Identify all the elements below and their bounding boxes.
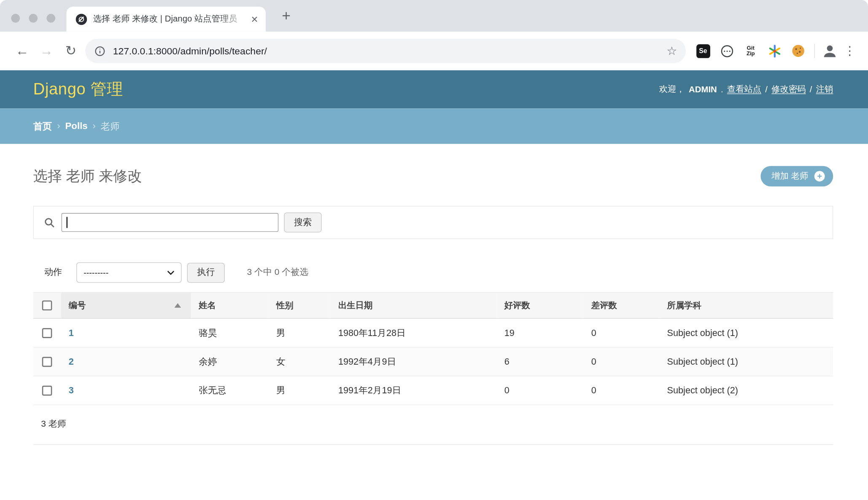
actions-label: 动作: [44, 267, 62, 279]
column-header-good-votes: 好评数: [496, 293, 583, 319]
dots-circle-extension-icon[interactable]: [717, 41, 736, 60]
browser-window: 选择 老师 来修改 | Django 站点管理员 × + ← → ↻ 127.0…: [0, 0, 868, 500]
tab-strip: 选择 老师 来修改 | Django 站点管理员 × +: [0, 0, 868, 32]
column-header-name: 姓名: [191, 293, 269, 319]
text-caret: [67, 217, 68, 228]
cell-gender: 男: [269, 318, 331, 347]
cell-good-votes: 19: [496, 318, 583, 347]
gitzip-extension-icon[interactable]: Git Zip: [741, 41, 760, 60]
link-separator: /: [810, 84, 812, 94]
cell-good-votes: 0: [496, 376, 583, 405]
select-all-checkbox[interactable]: [42, 301, 52, 311]
table-row: 2 余婷 女 1992年4月9日 6 0 Subject object (1): [33, 347, 833, 376]
bookmark-star-icon[interactable]: ☆: [666, 44, 677, 58]
row-checkbox[interactable]: [42, 328, 52, 339]
link-separator: /: [765, 84, 768, 94]
cell-bad-votes: 0: [583, 318, 659, 347]
forward-icon[interactable]: →: [34, 43, 59, 59]
cell-bad-votes: 0: [583, 376, 659, 405]
window-controls: [11, 14, 55, 23]
selenium-extension-icon[interactable]: Se: [694, 41, 713, 60]
actions-row: 动作 --------- 执行 3 个中 0 个被选: [33, 262, 833, 283]
cookie-extension-icon[interactable]: [789, 41, 808, 60]
table-row: 1 骆昊 男 1980年11月28日 19 0 Subject object (…: [33, 318, 833, 347]
address-bar[interactable]: 127.0.0.1:8000/admin/polls/teacher/ ☆: [85, 39, 686, 63]
column-header-subject: 所属学科: [659, 293, 833, 319]
changelist-content: 选择 老师 来修改 增加 老师 + 搜索 动作 ---------: [0, 166, 868, 445]
zoom-window-button[interactable]: [46, 14, 55, 23]
admin-header: Django 管理 欢迎， ADMIN. 查看站点 / 修改密码 / 注销: [0, 70, 868, 109]
browser-toolbar: ← → ↻ 127.0.0.1:8000/admin/polls/teacher…: [0, 32, 868, 70]
username: ADMIN: [689, 84, 717, 94]
breadcrumb-current: 老师: [101, 120, 120, 132]
go-button[interactable]: 执行: [187, 263, 225, 282]
search-input[interactable]: [62, 213, 279, 232]
breadcrumb-home-link[interactable]: 首页: [33, 120, 52, 132]
back-icon[interactable]: ←: [10, 43, 35, 59]
search-button[interactable]: 搜索: [284, 212, 321, 232]
breadcrumb-separator: ›: [93, 121, 96, 132]
column-header-gender: 性别: [269, 293, 331, 319]
asterisk-extension-icon[interactable]: [765, 41, 784, 60]
row-id-link[interactable]: 2: [69, 356, 74, 366]
table-row: 3 张无忌 男 1991年2月19日 0 0 Subject object (2…: [33, 376, 833, 405]
row-id-link[interactable]: 1: [69, 328, 74, 338]
add-teacher-button[interactable]: 增加 老师 +: [760, 166, 833, 187]
cell-subject: Subject object (1): [659, 347, 833, 376]
search-panel: 搜索: [33, 206, 833, 239]
logout-link[interactable]: 注销: [816, 83, 833, 95]
breadcrumb-separator: ›: [57, 121, 60, 132]
url-text: 127.0.0.1:8000/admin/polls/teacher/: [113, 45, 662, 57]
toolbar-separator: [814, 44, 815, 58]
cell-birthdate: 1992年4月9日: [331, 347, 497, 376]
row-id-link[interactable]: 3: [69, 385, 74, 395]
column-header-birthdate: 出生日期: [331, 293, 497, 319]
change-password-link[interactable]: 修改密码: [771, 83, 806, 95]
profile-avatar-icon[interactable]: [822, 43, 838, 59]
cell-gender: 女: [269, 347, 331, 376]
action-select[interactable]: ---------: [76, 262, 181, 283]
user-tools: 欢迎， ADMIN. 查看站点 / 修改密码 / 注销: [659, 83, 833, 95]
sort-ascending-icon[interactable]: [174, 303, 181, 308]
site-brand[interactable]: Django 管理: [33, 78, 123, 101]
cell-subject: Subject object (1): [659, 318, 833, 347]
cell-name: 骆昊: [191, 318, 269, 347]
row-checkbox[interactable]: [42, 386, 52, 396]
page-title: 选择 老师 来修改: [33, 167, 142, 186]
search-icon: [44, 217, 56, 228]
plus-icon: +: [814, 171, 825, 182]
cell-name: 张无忌: [191, 376, 269, 405]
site-info-icon[interactable]: [94, 45, 106, 57]
cell-gender: 男: [269, 376, 331, 405]
cell-birthdate: 1980年11月28日: [331, 318, 497, 347]
cell-name: 余婷: [191, 347, 269, 376]
table-header-row: 编号 姓名 性别 出生日期 好评数 差评数 所属学科: [33, 293, 833, 319]
welcome-text: 欢迎，: [659, 83, 685, 95]
tab-favicon: [75, 13, 88, 25]
reload-icon[interactable]: ↻: [59, 43, 83, 59]
breadcrumb-polls-link[interactable]: Polls: [65, 121, 87, 132]
result-count: 3 老师: [33, 405, 833, 445]
cell-good-votes: 6: [496, 347, 583, 376]
selection-note: 3 个中 0 个被选: [247, 267, 308, 279]
close-window-button[interactable]: [11, 14, 20, 23]
browser-menu-icon[interactable]: ⋮: [841, 44, 858, 58]
result-table: 编号 姓名 性别 出生日期 好评数 差评数 所属学科 1 骆昊: [33, 292, 833, 405]
cell-birthdate: 1991年2月19日: [331, 376, 497, 405]
tab-title: 选择 老师 来修改 | Django 站点管理员: [93, 13, 248, 25]
tab-close-icon[interactable]: ×: [251, 13, 258, 25]
cell-bad-votes: 0: [583, 347, 659, 376]
breadcrumb: 首页 › Polls › 老师: [0, 108, 868, 144]
username-period: .: [721, 84, 723, 94]
column-header-bad-votes: 差评数: [583, 293, 659, 319]
new-tab-button[interactable]: +: [278, 7, 294, 24]
column-header-id[interactable]: 编号: [61, 293, 191, 319]
minimize-window-button[interactable]: [29, 14, 38, 23]
chevron-down-icon: [167, 270, 174, 275]
cell-subject: Subject object (2): [659, 376, 833, 405]
extension-bar: Se Git Zip: [694, 41, 808, 60]
browser-tab[interactable]: 选择 老师 来修改 | Django 站点管理员 ×: [67, 7, 266, 32]
view-site-link[interactable]: 查看站点: [727, 83, 761, 95]
row-checkbox[interactable]: [42, 357, 52, 367]
